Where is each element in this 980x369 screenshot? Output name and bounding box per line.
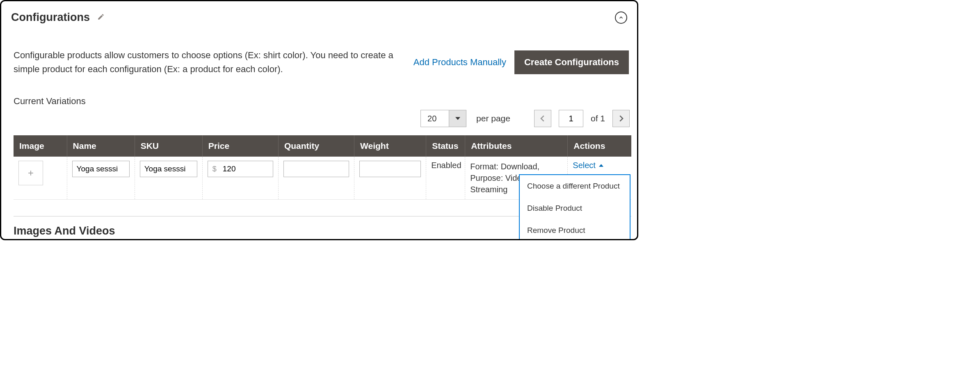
collapse-toggle[interactable] bbox=[615, 11, 627, 24]
col-header-status: Status bbox=[426, 135, 465, 157]
per-page-dropdown-toggle[interactable] bbox=[449, 110, 466, 127]
plus-icon: + bbox=[28, 167, 34, 179]
col-header-attributes: Attributes bbox=[465, 135, 568, 157]
price-input[interactable] bbox=[208, 161, 273, 177]
per-page-label: per page bbox=[476, 114, 510, 123]
page-of-label: of 1 bbox=[591, 114, 605, 123]
row-actions-select[interactable]: Select bbox=[573, 161, 603, 170]
col-header-quantity: Quantity bbox=[278, 135, 354, 157]
svg-marker-0 bbox=[455, 117, 460, 120]
status-value: Enabled bbox=[431, 161, 461, 170]
dropdown-disable-product[interactable]: Disable Product bbox=[520, 197, 630, 219]
intro-description: Configurable products allow customers to… bbox=[14, 48, 395, 76]
weight-input[interactable] bbox=[359, 161, 421, 177]
image-upload-button[interactable]: + bbox=[18, 161, 43, 185]
currency-symbol: $ bbox=[212, 165, 217, 173]
col-header-name: Name bbox=[67, 135, 135, 157]
quantity-input[interactable] bbox=[283, 161, 349, 177]
page-number-input[interactable] bbox=[559, 110, 583, 127]
sku-input[interactable] bbox=[140, 161, 197, 177]
section-title: Configurations bbox=[11, 11, 90, 24]
current-variations-title: Current Variations bbox=[14, 96, 631, 107]
next-page-button[interactable] bbox=[612, 110, 630, 127]
row-actions-dropdown: Choose a different Product Disable Produ… bbox=[519, 174, 630, 240]
col-header-actions: Actions bbox=[568, 135, 631, 157]
create-configurations-button[interactable]: Create Configurations bbox=[514, 50, 629, 74]
per-page-value[interactable]: 20 bbox=[420, 110, 449, 127]
col-header-image: Image bbox=[14, 135, 67, 157]
col-header-weight: Weight bbox=[354, 135, 426, 157]
name-input[interactable] bbox=[72, 161, 130, 177]
svg-marker-1 bbox=[599, 164, 603, 167]
col-header-price: Price bbox=[202, 135, 278, 157]
add-products-manually-link[interactable]: Add Products Manually bbox=[413, 57, 506, 68]
dropdown-remove-product[interactable]: Remove Product bbox=[520, 219, 630, 240]
edit-icon[interactable] bbox=[97, 13, 105, 23]
caret-up-icon bbox=[599, 163, 603, 168]
dropdown-choose-different-product[interactable]: Choose a different Product bbox=[520, 175, 630, 197]
select-label: Select bbox=[573, 161, 596, 170]
prev-page-button[interactable] bbox=[534, 110, 551, 127]
col-header-sku: SKU bbox=[135, 135, 202, 157]
